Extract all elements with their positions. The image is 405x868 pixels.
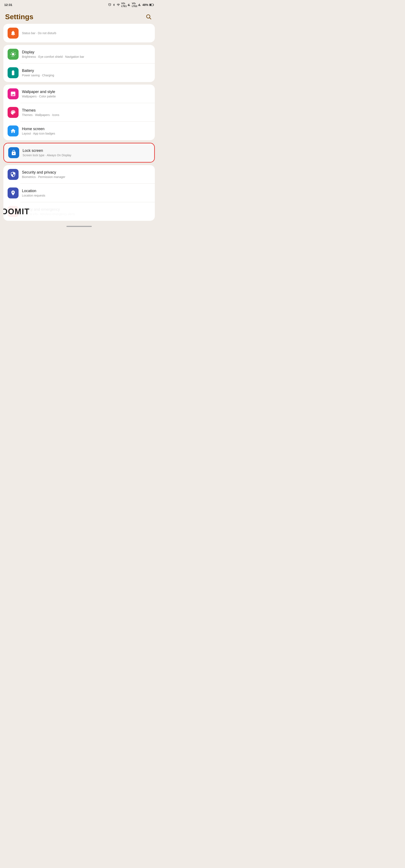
settings-item-wallpaper[interactable]: Wallpaper and style Wallpapers · Color p… [3,85,155,103]
navigation-bar [0,223,158,228]
bluetooth-icon [113,3,115,6]
security-subtitle: Biometrics · Permission manager [22,175,151,179]
signal2-icon [138,3,141,6]
display-text: Display Brightness · Eye comfort shield … [22,50,151,58]
display-subtitle: Brightness · Eye comfort shield · Naviga… [22,55,151,58]
lockscreen-text: Lock screen Screen lock type · Always On… [23,149,150,157]
notifications-icon [8,28,19,39]
settings-item-location[interactable]: Location Location requests [3,184,155,202]
svg-line-4 [150,18,151,19]
themes-text: Themes Themes · Wallpapers · Icons [22,108,151,117]
homescreen-subtitle: Layout · App icon badges [22,132,151,135]
signal1-icon [128,3,131,6]
wallpaper-subtitle: Wallpapers · Color palette [22,95,151,98]
display-icon [8,49,19,60]
lockscreen-subtitle: Screen lock type · Always On Display [23,154,150,157]
nav-pill [66,226,92,227]
security-text: Security and privacy Biometrics · Permis… [22,170,151,179]
settings-item-lockscreen[interactable]: Lock screen Screen lock type · Always On… [4,144,154,162]
svg-rect-2 [150,4,151,5]
display-title: Display [22,50,151,54]
wallpaper-text: Wallpaper and style Wallpapers · Color p… [22,90,151,98]
battery-settings-icon [8,67,19,78]
battery-icon [149,3,154,6]
security-icon [8,169,19,180]
security-title: Security and privacy [22,170,151,175]
notifications-subtitle: Status bar · Do not disturb [22,31,151,35]
search-button[interactable] [144,12,153,21]
card-notifications: Status bar · Do not disturb [3,24,155,42]
card-lockscreen-highlighted: Lock screen Screen lock type · Always On… [3,143,155,163]
lte2-indicator: VOₗLTE2 [132,2,137,7]
header: Settings [0,9,158,24]
settings-item-notifications[interactable]: Status bar · Do not disturb [3,24,155,42]
wifi-icon [117,3,120,6]
alarm-icon [108,3,112,6]
settings-item-homescreen[interactable]: Home screen Layout · App icon badges [3,122,155,140]
lte1-indicator: VOₗLTE1 [121,2,127,7]
svg-rect-1 [153,4,154,5]
battery-percent: 48% [143,3,148,6]
settings-item-display[interactable]: Display Brightness · Eye comfort shield … [3,45,155,63]
page-title: Settings [5,13,33,21]
lockscreen-title: Lock screen [23,149,150,153]
homescreen-icon [8,125,19,136]
status-icons: VOₗLTE1 VOₗLTE2 48% [108,2,154,7]
homescreen-text: Home screen Layout · App icon badges [22,127,151,135]
settings-item-security[interactable]: Security and privacy Biometrics · Permis… [3,165,155,184]
wallpaper-icon [8,88,19,99]
battery-title: Battery [22,68,151,73]
themes-subtitle: Themes · Wallpapers · Icons [22,113,151,117]
search-icon [146,14,151,20]
location-text: Location Location requests [22,189,151,197]
zoomit-watermark: Z ZOOMIT [3,202,79,221]
location-title: Location [22,189,151,193]
wallpaper-title: Wallpaper and style [22,90,151,94]
location-subtitle: Location requests [22,194,151,197]
settings-item-battery[interactable]: Battery Power saving · Charging [3,63,155,82]
settings-item-themes[interactable]: Themes Themes · Wallpapers · Icons [3,103,155,122]
status-time: 12:31 [4,3,12,6]
battery-text: Battery Power saving · Charging [22,68,151,77]
themes-icon [8,107,19,118]
location-icon [8,187,19,198]
card-display-battery: Display Brightness · Eye comfort shield … [3,45,155,82]
settings-item-safety[interactable]: Safety and emergency Medical info · Wire… [3,202,155,221]
themes-title: Themes [22,108,151,113]
zoomit-text: ZOOMIT [3,207,30,216]
status-bar: 12:31 VOₗLTE1 VOₗLTE2 48% [0,0,158,9]
card-security-location-safety: Security and privacy Biometrics · Permis… [3,165,155,221]
notifications-text: Status bar · Do not disturb [22,31,151,35]
homescreen-title: Home screen [22,127,151,131]
lockscreen-icon [8,147,19,158]
battery-subtitle: Power saving · Charging [22,73,151,77]
card-personalization: Wallpaper and style Wallpapers · Color p… [3,85,155,140]
